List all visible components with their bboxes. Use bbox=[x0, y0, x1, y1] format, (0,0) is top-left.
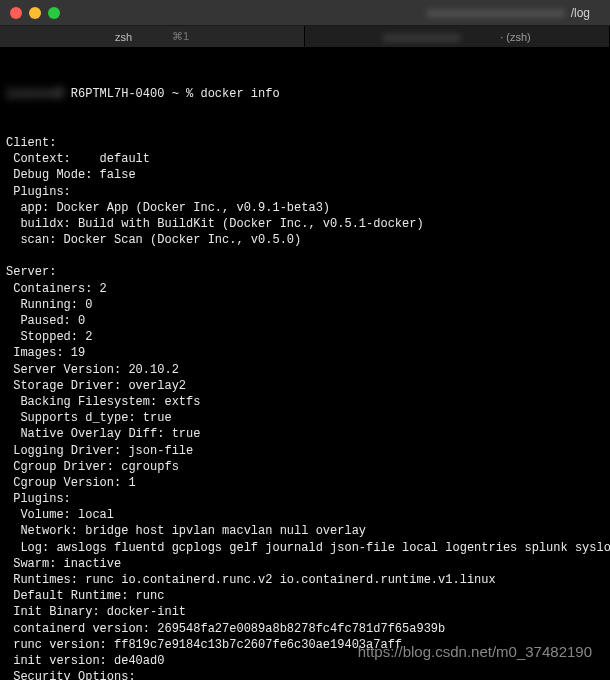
terminal-output[interactable]: lxxxxxxD R6PTML7H-0400 ~ % docker info C… bbox=[0, 48, 610, 680]
output-line: Plugins: bbox=[6, 491, 604, 507]
output-line: Plugins: bbox=[6, 184, 604, 200]
minimize-button[interactable] bbox=[29, 7, 41, 19]
output-line: Server Version: 20.10.2 bbox=[6, 362, 604, 378]
output-line: Backing Filesystem: extfs bbox=[6, 394, 604, 410]
prompt-sep: % bbox=[186, 87, 193, 101]
output-line: Stopped: 2 bbox=[6, 329, 604, 345]
output-line: Init Binary: docker-init bbox=[6, 604, 604, 620]
traffic-lights bbox=[10, 7, 60, 19]
output-line: Debug Mode: false bbox=[6, 167, 604, 183]
prompt-path: ~ bbox=[172, 87, 179, 101]
host-name: R6PTML7H-0400 bbox=[71, 87, 165, 101]
close-button[interactable] bbox=[10, 7, 22, 19]
output-line: Supports d_type: true bbox=[6, 410, 604, 426]
output-line: Cgroup Driver: cgroupfs bbox=[6, 459, 604, 475]
output-line: Runtimes: runc io.containerd.runc.v2 io.… bbox=[6, 572, 604, 588]
user-blurred: lxxxxxxD bbox=[6, 86, 64, 102]
output-line: Images: 19 bbox=[6, 345, 604, 361]
prompt-command: docker info bbox=[200, 87, 279, 101]
output-line: Security Options: bbox=[6, 669, 604, 680]
tab-blurred-text: xxxxxxxxxxxxxx bbox=[383, 31, 460, 43]
tab-1[interactable]: zsh ⌘1 bbox=[0, 26, 305, 47]
output-line: Context: default bbox=[6, 151, 604, 167]
output-line: Containers: 2 bbox=[6, 281, 604, 297]
output-line: Log: awslogs fluentd gcplogs gelf journa… bbox=[6, 540, 604, 556]
output-line: Native Overlay Diff: true bbox=[6, 426, 604, 442]
tab-suffix: · (zsh) bbox=[500, 31, 531, 43]
tab-shortcut: ⌘1 bbox=[172, 30, 189, 43]
output-line: app: Docker App (Docker Inc., v0.9.1-bet… bbox=[6, 200, 604, 216]
tab-2[interactable]: xxxxxxxxxxxxxx · (zsh) bbox=[305, 26, 610, 47]
prompt-line: lxxxxxxD R6PTML7H-0400 ~ % docker info bbox=[6, 86, 604, 102]
tab-label: zsh bbox=[115, 31, 132, 43]
maximize-button[interactable] bbox=[48, 7, 60, 19]
output-line: Paused: 0 bbox=[6, 313, 604, 329]
output-line: Logging Driver: json-file bbox=[6, 443, 604, 459]
command-output: Client: Context: default Debug Mode: fal… bbox=[6, 135, 604, 680]
output-line: Swarm: inactive bbox=[6, 556, 604, 572]
output-line: Volume: local bbox=[6, 507, 604, 523]
output-line: Storage Driver: overlay2 bbox=[6, 378, 604, 394]
output-line: scan: Docker Scan (Docker Inc., v0.5.0) bbox=[6, 232, 604, 248]
output-line: Running: 0 bbox=[6, 297, 604, 313]
output-line: Default Runtime: runc bbox=[6, 588, 604, 604]
output-line: containerd version: 269548fa27e0089a8b82… bbox=[6, 621, 604, 637]
output-line: Network: bridge host ipvlan macvlan null… bbox=[6, 523, 604, 539]
output-line: buildx: Build with BuildKit (Docker Inc.… bbox=[6, 216, 604, 232]
output-line: Client: bbox=[6, 135, 604, 151]
output-line: Server: bbox=[6, 264, 604, 280]
window-titlebar: xxxxxxxxxxxxxxxxxxxxxxx/log bbox=[0, 0, 610, 26]
output-line: Cgroup Version: 1 bbox=[6, 475, 604, 491]
watermark-text: https://blog.csdn.net/m0_37482190 bbox=[358, 643, 592, 660]
window-title: /log bbox=[571, 6, 590, 20]
output-line bbox=[6, 248, 604, 264]
title-blurred-prefix: xxxxxxxxxxxxxxxxxxxxxxx bbox=[427, 6, 565, 20]
tab-bar: zsh ⌘1 xxxxxxxxxxxxxx · (zsh) bbox=[0, 26, 610, 48]
